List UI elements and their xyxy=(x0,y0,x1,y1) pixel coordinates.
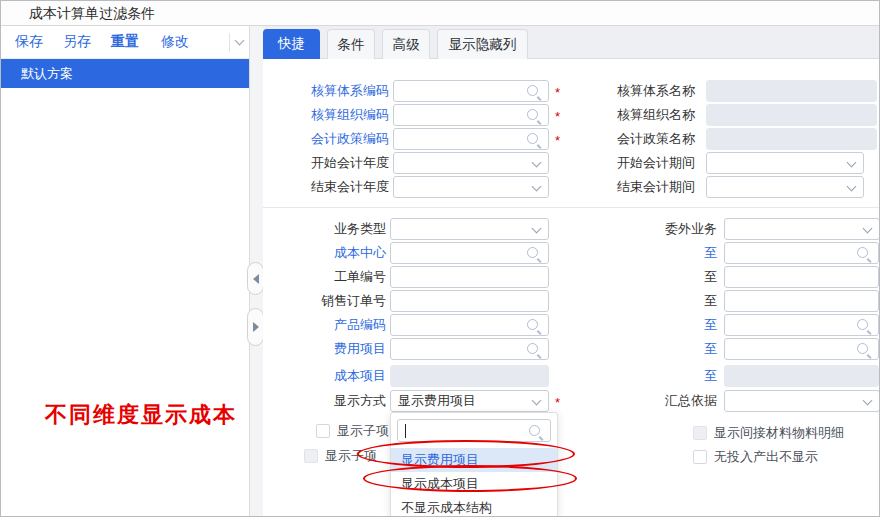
chevron-down-icon xyxy=(863,396,873,406)
search-icon[interactable] xyxy=(856,246,872,262)
reset-button[interactable]: 重置 xyxy=(111,33,139,51)
summary-basis-select[interactable] xyxy=(724,390,880,412)
display-mode-dropdown-panel: 显示费用项目 显示成本项目 不显示成本结构 xyxy=(390,412,558,517)
tab-show-hide-columns[interactable]: 显示隐藏列 xyxy=(437,29,528,59)
dropdown-option-show-expense-item[interactable]: 显示费用项目 xyxy=(391,448,557,472)
toolbar-more-button[interactable] xyxy=(232,34,248,50)
work-order-no-to-input[interactable] xyxy=(724,266,879,288)
chevron-down-icon xyxy=(235,36,245,46)
summary-basis-label: 汇总依据 xyxy=(593,392,717,410)
start-fiscal-period-select[interactable] xyxy=(706,152,864,174)
triangle-left-icon xyxy=(253,274,259,284)
scheme-list-item-default[interactable]: 默认方案 xyxy=(1,59,249,88)
accounting-system-name-label: 核算体系名称 xyxy=(573,82,699,100)
filter-form-panel: 快捷 条件 高级 显示隐藏列 核算体系编码 * 核算组织编码 * 会计政策编码 … xyxy=(263,26,880,517)
expand-right-button[interactable] xyxy=(247,308,264,346)
show-subitem-1-label[interactable]: 显示子项 xyxy=(337,422,389,440)
show-subitem-2-checkbox xyxy=(304,449,318,463)
chevron-down-icon xyxy=(847,182,857,192)
dropdown-option-no-cost-structure[interactable]: 不显示成本结构 xyxy=(391,496,557,517)
title-bar: 成本计算单过滤条件 xyxy=(1,1,879,26)
end-fiscal-period-select[interactable] xyxy=(706,176,864,198)
accounting-system-name-field xyxy=(706,80,877,102)
sales-order-no-to-input[interactable] xyxy=(724,290,879,312)
expense-item-to-input[interactable] xyxy=(724,338,879,360)
search-icon[interactable] xyxy=(856,342,872,358)
collapse-left-button[interactable] xyxy=(247,262,264,295)
accounting-policy-name-field xyxy=(706,128,877,150)
modify-button[interactable]: 修改 xyxy=(161,33,189,51)
work-order-no-to-label: 至 xyxy=(593,268,717,286)
search-icon[interactable] xyxy=(856,318,872,334)
no-input-output-hidden-checkbox[interactable] xyxy=(693,450,707,464)
outsourcing-business-select[interactable] xyxy=(724,218,880,240)
filter-dialog-window: 成本计算单过滤条件 保存 另存 重置 修改 默认方案 不同维度显示成本 快捷 条… xyxy=(0,0,880,517)
save-button[interactable]: 保存 xyxy=(15,33,43,51)
cost-item-to-label[interactable]: 至 xyxy=(593,367,717,385)
toolbar-divider xyxy=(229,33,230,52)
show-indirect-material-detail-label: 显示间接材料物料明细 xyxy=(714,424,844,442)
page-title: 成本计算单过滤条件 xyxy=(29,5,155,23)
start-fiscal-period-label: 开始会计期间 xyxy=(573,154,699,172)
cost-center-to-input[interactable] xyxy=(724,242,879,264)
chevron-down-icon xyxy=(863,224,873,234)
tab-bar: 快捷 条件 高级 显示隐藏列 xyxy=(263,26,880,59)
end-fiscal-period-label: 结束会计期间 xyxy=(573,178,699,196)
dropdown-option-show-cost-item[interactable]: 显示成本项目 xyxy=(391,472,557,496)
tab-advanced[interactable]: 高级 xyxy=(382,29,430,59)
no-input-output-hidden-label[interactable]: 无投入产出不显示 xyxy=(714,448,818,466)
chevron-down-icon xyxy=(847,158,857,168)
accounting-policy-name-label: 会计政策名称 xyxy=(573,130,699,148)
show-subitem-2-label: 显示子项 xyxy=(325,447,377,465)
product-code-to-label[interactable]: 至 xyxy=(593,316,717,334)
search-icon xyxy=(528,424,544,440)
dropdown-search-input[interactable] xyxy=(397,419,551,442)
sales-order-no-to-label: 至 xyxy=(593,292,717,310)
tab-condition[interactable]: 条件 xyxy=(327,29,375,59)
show-indirect-material-detail-checkbox xyxy=(693,426,707,440)
quick-filter-form: 核算体系编码 * 核算组织编码 * 会计政策编码 * 开始会计年度 结束会计年度 xyxy=(263,59,880,517)
expense-item-to-label[interactable]: 至 xyxy=(593,340,717,358)
accounting-org-name-label: 核算组织名称 xyxy=(573,106,699,124)
outsourcing-business-label: 委外业务 xyxy=(593,220,717,238)
cost-item-to-field xyxy=(724,365,879,387)
product-code-to-input[interactable] xyxy=(724,314,879,336)
red-annotation-note: 不同维度显示成本 xyxy=(45,400,237,430)
triangle-right-icon xyxy=(253,322,259,332)
scheme-panel: 保存 另存 重置 修改 默认方案 不同维度显示成本 xyxy=(1,26,249,517)
show-subitem-1-checkbox[interactable] xyxy=(316,424,330,438)
accounting-org-name-field xyxy=(706,104,877,126)
tab-quick[interactable]: 快捷 xyxy=(263,29,320,59)
text-cursor xyxy=(405,424,406,438)
panel-splitter[interactable] xyxy=(249,26,263,517)
section-divider xyxy=(263,207,880,208)
scheme-toolbar: 保存 另存 重置 修改 xyxy=(1,26,249,59)
cost-center-to-label[interactable]: 至 xyxy=(593,244,717,262)
save-as-button[interactable]: 另存 xyxy=(63,33,91,51)
